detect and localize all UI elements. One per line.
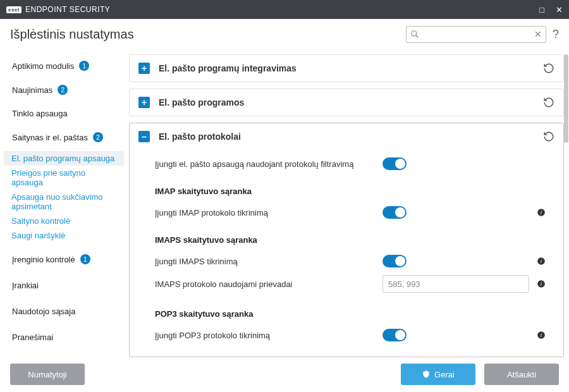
sidebar-item-4[interactable]: Įrenginio kontrolė1 xyxy=(4,249,124,269)
panel-email-clients: + El. pašto programos xyxy=(129,89,564,116)
sidebar: Aptikimo modulis1Naujinimas2Tinklo apsau… xyxy=(0,49,124,357)
sidebar-item-3[interactable]: Saitynas ir el. paštas2 xyxy=(4,127,124,147)
page-title: Išplėstinis nustatymas xyxy=(10,27,134,42)
label-imap-enable: Įjungti IMAP protokolo tikrinimą xyxy=(155,208,382,217)
sidebar-item-label: Įrenginio kontrolė xyxy=(12,255,75,264)
scrollbar[interactable] xyxy=(564,54,568,143)
row-imap-enable: Įjungti IMAP protokolo tikrinimą i xyxy=(155,202,563,223)
toggle-enable-filter[interactable] xyxy=(382,157,407,170)
svg-text:i: i xyxy=(541,259,542,264)
expand-icon: + xyxy=(138,97,150,108)
panel-title: El. pašto programos xyxy=(159,97,543,107)
svg-text:i: i xyxy=(541,281,542,287)
shield-icon xyxy=(422,370,431,379)
revert-icon[interactable] xyxy=(543,63,554,74)
panel-email-protocols: – El. pašto protokolai Įjungti el. pašto… xyxy=(129,123,564,357)
sidebar-item-0[interactable]: Aptikimo modulis1 xyxy=(4,56,124,76)
badge: 2 xyxy=(93,132,103,142)
badge: 2 xyxy=(58,85,68,95)
content: + El. pašto programų integravimas + El. … xyxy=(124,49,569,357)
maximize-icon[interactable]: □ xyxy=(539,5,544,15)
row-imaps-enable: Įjungti IMAPS tikrinimą i xyxy=(155,251,563,271)
sidebar-item-1[interactable]: Naujinimas2 xyxy=(4,80,124,100)
svg-point-0 xyxy=(412,31,417,36)
badge: 1 xyxy=(79,61,89,71)
titlebar-brand: eset ENDPOINT SECURITY xyxy=(6,5,110,14)
default-button[interactable]: Numatytoji xyxy=(10,364,85,385)
help-icon[interactable]: ? xyxy=(553,28,559,41)
sidebar-sub-3-3[interactable]: Saityno kontrolė xyxy=(4,214,124,228)
titlebar: eset ENDPOINT SECURITY □ ✕ xyxy=(0,0,569,19)
expand-icon: + xyxy=(138,63,150,74)
collapse-icon: – xyxy=(138,131,150,142)
panel-head-integration[interactable]: + El. pašto programų integravimas xyxy=(130,55,563,82)
label-imaps-enable: Įjungti IMAPS tikrinimą xyxy=(155,257,382,266)
sidebar-item-label: Pranešimai xyxy=(12,333,53,342)
row-pop3-enable: Įjungti POP3 protokolo tikrinimą i xyxy=(155,325,563,345)
panel-title: El. pašto protokolai xyxy=(159,132,543,142)
panel-body-protocols: Įjungti el. pašto apsaugą naudojant prot… xyxy=(130,150,563,357)
header: Išplėstinis nustatymas ✕ ? xyxy=(0,19,569,49)
product-name: ENDPOINT SECURITY xyxy=(25,5,110,14)
svg-text:i: i xyxy=(541,210,542,216)
info-icon[interactable]: i xyxy=(537,331,546,340)
revert-icon[interactable] xyxy=(543,131,554,142)
sidebar-item-7[interactable]: Pranešimai xyxy=(4,328,124,347)
label-imaps-ports: IMAPS protokolo naudojami prievadai xyxy=(155,279,382,289)
clear-icon[interactable]: ✕ xyxy=(534,29,542,39)
row-imaps-ports: IMAPS protokolo naudojami prievadai i xyxy=(155,271,563,297)
sidebar-item-label: Naujinimas xyxy=(12,85,52,95)
svg-text:i: i xyxy=(541,333,542,338)
toggle-imap[interactable] xyxy=(382,206,407,219)
sidebar-sub-3-2[interactable]: Apsauga nuo sukčiavimo apsimetant xyxy=(4,190,124,214)
sidebar-item-label: Saitynas ir el. paštas xyxy=(12,133,88,142)
sidebar-item-label: Aptikimo modulis xyxy=(12,61,74,71)
panel-email-integration: + El. pašto programų integravimas xyxy=(129,54,564,82)
input-imaps-ports[interactable] xyxy=(382,275,529,293)
badge: 1 xyxy=(80,254,90,264)
cancel-button[interactable]: Atšaukti xyxy=(484,364,559,385)
logo: eset xyxy=(6,6,21,13)
panel-head-protocols[interactable]: – El. pašto protokolai xyxy=(130,123,563,150)
info-icon[interactable]: i xyxy=(537,279,546,288)
label-enable-filter: Įjungti el. pašto apsaugą naudojant prot… xyxy=(155,159,382,169)
search-icon xyxy=(410,30,419,39)
panel-head-clients[interactable]: + El. pašto programos xyxy=(130,89,563,116)
search-input[interactable] xyxy=(419,30,534,39)
sidebar-sub-3-1[interactable]: Prieigos prie saityno apsauga xyxy=(4,166,124,190)
sidebar-sub-3-0[interactable]: El. pašto programų apsauga xyxy=(4,151,124,166)
sidebar-item-2[interactable]: Tinklo apsauga xyxy=(4,104,124,123)
sidebar-item-label: Įrankiai xyxy=(12,281,39,290)
row-enable-filter: Įjungti el. pašto apsaugą naudojant prot… xyxy=(155,154,563,174)
search-box[interactable]: ✕ xyxy=(406,26,546,43)
ok-button[interactable]: Gerai xyxy=(401,364,475,385)
panel-title: El. pašto programų integravimas xyxy=(159,63,543,73)
imap-heading: IMAP skaitytuvo sąranka xyxy=(155,174,563,202)
revert-icon[interactable] xyxy=(543,97,554,108)
sidebar-item-6[interactable]: Naudotojo sąsaja xyxy=(4,302,124,321)
toggle-imaps[interactable] xyxy=(382,255,407,267)
ok-label: Gerai xyxy=(434,370,455,379)
sidebar-item-label: Tinklo apsauga xyxy=(12,109,68,118)
info-icon[interactable]: i xyxy=(537,208,546,217)
sidebar-sub-3-4[interactable]: Saugi naršyklė xyxy=(4,228,124,243)
svg-line-1 xyxy=(416,35,419,38)
toggle-pop3[interactable] xyxy=(382,329,407,341)
sidebar-item-label: Naudotojo sąsaja xyxy=(12,307,75,316)
info-icon[interactable]: i xyxy=(537,257,546,266)
pop3-heading: POP3 skaitytuvo sąranka xyxy=(155,297,563,325)
label-pop3-enable: Įjungti POP3 protokolo tikrinimą xyxy=(155,331,382,340)
sidebar-item-5[interactable]: Įrankiai xyxy=(4,276,124,295)
footer: Numatytoji Gerai Atšaukti xyxy=(0,357,569,392)
imaps-heading: IMAPS skaitytuvo sąranka xyxy=(155,223,563,251)
close-icon[interactable]: ✕ xyxy=(556,5,563,15)
